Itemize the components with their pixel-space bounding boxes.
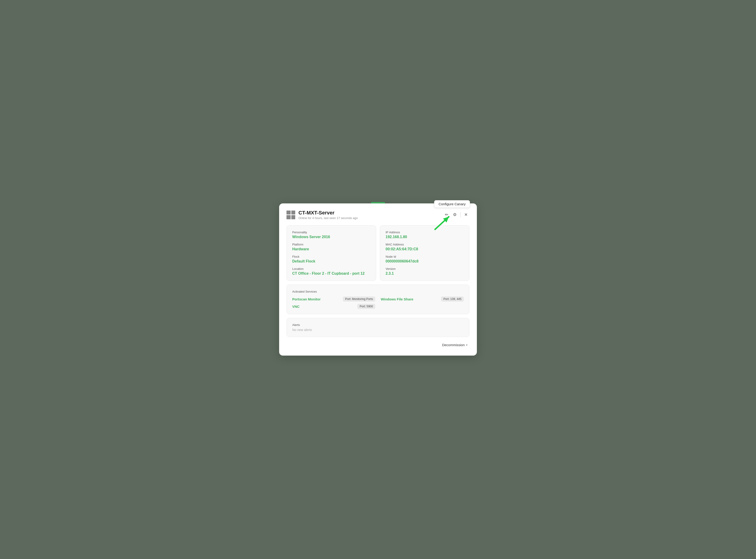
- modal-footer: Decommission ∨: [287, 341, 469, 348]
- services-card: Activated Services Portscan Monitor Port…: [287, 285, 469, 314]
- ip-value: 192.168.1.80: [385, 235, 464, 239]
- decommission-button[interactable]: Decommission ∨: [440, 341, 469, 348]
- edit-icon: ✏: [445, 212, 448, 217]
- node-label: Node Id: [385, 255, 464, 259]
- flock-label: Flock: [292, 255, 371, 259]
- service-row-vnc: VNC Port: 5900: [292, 304, 375, 309]
- service-port-fileshare: Port: 139, 445: [441, 296, 464, 301]
- logo-cell-tl: [287, 210, 291, 215]
- services-grid: Portscan Monitor Port: Monitoring Ports …: [292, 296, 464, 309]
- chevron-down-icon: ∨: [466, 343, 468, 346]
- service-port-portscan: Port: Monitoring Ports: [343, 296, 375, 301]
- edit-button[interactable]: ✏: [443, 211, 450, 219]
- icon-divider: [460, 212, 461, 217]
- version-value: 2.3.1: [385, 271, 464, 275]
- header-left: CT-MXT-Server Online for 4 hours, last s…: [287, 210, 358, 220]
- windows-logo-icon: [287, 210, 295, 219]
- mac-value: 00:02:A5:64:7D:C8: [385, 247, 464, 251]
- modal-overlay: Configure Canary CT-MXT-Server Online fo…: [0, 0, 756, 559]
- platform-value: Hardware: [292, 247, 371, 251]
- version-label: Version: [385, 267, 464, 271]
- personality-label: Personality: [292, 230, 371, 234]
- service-port-vnc: Port: 5900: [357, 304, 375, 309]
- settings-icon: ⚙: [453, 212, 457, 217]
- modal-header: CT-MXT-Server Online for 4 hours, last s…: [287, 210, 469, 220]
- alerts-empty-message: No new alerts: [292, 328, 464, 332]
- close-button[interactable]: ✕: [462, 211, 469, 219]
- right-info-card: IP Address 192.168.1.80 MAC Address 00:0…: [380, 225, 469, 281]
- device-name: CT-MXT-Server: [298, 210, 358, 216]
- logo-cell-tr: [291, 210, 295, 215]
- node-value: 0000000060647dc8: [385, 259, 464, 263]
- location-value: CT Office - Floor 2 - IT Cupboard - port…: [292, 271, 371, 275]
- device-status: Online for 4 hours, last seen 17 seconds…: [298, 216, 358, 220]
- service-name-portscan[interactable]: Portscan Monitor: [292, 297, 320, 301]
- settings-button[interactable]: ⚙: [451, 211, 459, 219]
- decommission-label: Decommission: [442, 343, 465, 347]
- device-detail-modal: Configure Canary CT-MXT-Server Online fo…: [279, 203, 477, 356]
- configure-canary-tooltip: Configure Canary: [434, 200, 470, 208]
- header-info: CT-MXT-Server Online for 4 hours, last s…: [298, 210, 358, 220]
- info-grid: Personality Windows Server 2016 Platform…: [287, 225, 469, 281]
- alerts-card: Alerts No new alerts: [287, 318, 469, 337]
- service-row-fileshare: Windows File Share Port: 139, 445: [381, 296, 464, 301]
- ip-label: IP Address: [385, 230, 464, 234]
- platform-label: Platform: [292, 243, 371, 246]
- service-name-fileshare[interactable]: Windows File Share: [381, 297, 414, 301]
- logo-cell-br: [291, 215, 295, 219]
- services-title: Activated Services: [292, 290, 464, 293]
- flock-value: Default Flock: [292, 259, 371, 263]
- close-icon: ✕: [464, 212, 468, 217]
- service-row-portscan: Portscan Monitor Port: Monitoring Ports: [292, 296, 375, 301]
- location-label: Location: [292, 267, 371, 271]
- header-actions: ✏ ⚙ ✕: [443, 211, 469, 219]
- alerts-title: Alerts: [292, 323, 464, 327]
- service-name-vnc[interactable]: VNC: [292, 305, 299, 309]
- left-info-card: Personality Windows Server 2016 Platform…: [287, 225, 376, 281]
- mac-label: MAC Address: [385, 243, 464, 246]
- logo-cell-bl: [287, 215, 291, 219]
- personality-value: Windows Server 2016: [292, 235, 371, 239]
